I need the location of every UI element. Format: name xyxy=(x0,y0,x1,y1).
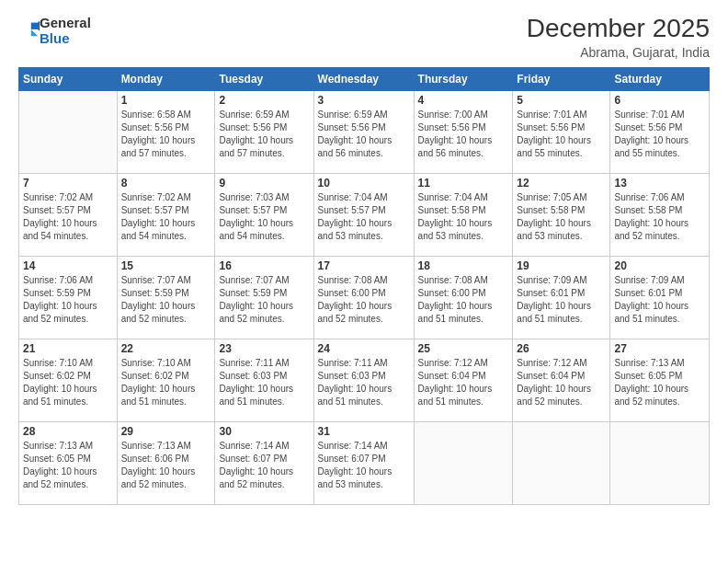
calendar-cell-w1-d3: 2Sunrise: 6:59 AMSunset: 5:56 PMDaylight… xyxy=(215,90,313,173)
calendar-cell-w5-d4: 31Sunrise: 7:14 AMSunset: 6:07 PMDayligh… xyxy=(313,421,414,504)
week-row-3: 14Sunrise: 7:06 AMSunset: 5:59 PMDayligh… xyxy=(19,256,710,339)
calendar-cell-w5-d6 xyxy=(513,421,610,504)
day-info: Sunrise: 7:10 AMSunset: 6:02 PMDaylight:… xyxy=(23,357,113,408)
day-info: Sunrise: 7:14 AMSunset: 6:07 PMDaylight:… xyxy=(318,440,410,491)
day-number: 3 xyxy=(318,94,410,107)
week-row-1: 1Sunrise: 6:58 AMSunset: 5:56 PMDaylight… xyxy=(19,90,710,173)
calendar-cell-w2-d2: 8Sunrise: 7:02 AMSunset: 5:57 PMDaylight… xyxy=(117,173,215,256)
day-info: Sunrise: 7:12 AMSunset: 6:04 PMDaylight:… xyxy=(418,357,509,408)
day-number: 25 xyxy=(418,342,509,355)
day-info: Sunrise: 7:03 AMSunset: 5:57 PMDaylight:… xyxy=(219,191,309,243)
day-number: 29 xyxy=(121,425,211,438)
day-number: 27 xyxy=(614,342,705,355)
day-info: Sunrise: 7:09 AMSunset: 6:01 PMDaylight:… xyxy=(517,274,606,326)
logo-text: General Blue xyxy=(40,15,91,47)
col-saturday: Saturday xyxy=(610,67,710,90)
calendar-cell-w2-d7: 13Sunrise: 7:06 AMSunset: 5:58 PMDayligh… xyxy=(610,173,710,256)
day-number: 30 xyxy=(219,425,309,438)
day-number: 16 xyxy=(219,259,309,272)
calendar-cell-w1-d4: 3Sunrise: 6:59 AMSunset: 5:56 PMDaylight… xyxy=(313,90,414,173)
calendar-cell-w4-d2: 22Sunrise: 7:10 AMSunset: 6:02 PMDayligh… xyxy=(117,339,215,421)
calendar-cell-w4-d3: 23Sunrise: 7:11 AMSunset: 6:03 PMDayligh… xyxy=(215,339,313,421)
day-number: 2 xyxy=(219,94,309,107)
day-number: 7 xyxy=(23,177,113,190)
day-number: 4 xyxy=(418,94,509,107)
logo-general: General xyxy=(40,15,91,30)
day-info: Sunrise: 6:59 AMSunset: 5:56 PMDaylight:… xyxy=(318,109,410,160)
col-thursday: Thursday xyxy=(414,67,513,90)
day-info: Sunrise: 7:13 AMSunset: 6:05 PMDaylight:… xyxy=(23,440,113,491)
day-number: 23 xyxy=(219,342,309,355)
col-wednesday: Wednesday xyxy=(313,67,414,90)
day-info: Sunrise: 7:00 AMSunset: 5:56 PMDaylight:… xyxy=(418,109,509,160)
calendar-cell-w5-d5 xyxy=(414,421,513,504)
logo: General Blue xyxy=(18,15,91,47)
day-number: 20 xyxy=(614,259,705,272)
day-number: 9 xyxy=(219,177,309,190)
col-tuesday: Tuesday xyxy=(215,67,313,90)
day-number: 6 xyxy=(614,94,705,107)
day-info: Sunrise: 7:01 AMSunset: 5:56 PMDaylight:… xyxy=(517,109,606,160)
header: General Blue December 2025 Abrama, Gujar… xyxy=(18,15,710,60)
week-row-4: 21Sunrise: 7:10 AMSunset: 6:02 PMDayligh… xyxy=(19,339,710,421)
day-info: Sunrise: 7:07 AMSunset: 5:59 PMDaylight:… xyxy=(219,274,309,326)
day-number: 31 xyxy=(318,425,410,438)
day-number: 19 xyxy=(517,259,606,272)
day-info: Sunrise: 7:05 AMSunset: 5:58 PMDaylight:… xyxy=(517,191,606,243)
calendar-cell-w1-d7: 6Sunrise: 7:01 AMSunset: 5:56 PMDaylight… xyxy=(610,90,710,173)
day-info: Sunrise: 7:04 AMSunset: 5:58 PMDaylight:… xyxy=(418,191,509,243)
col-sunday: Sunday xyxy=(19,67,118,90)
day-number: 10 xyxy=(318,177,410,190)
day-info: Sunrise: 7:02 AMSunset: 5:57 PMDaylight:… xyxy=(121,191,211,243)
day-number: 1 xyxy=(121,94,211,107)
calendar-cell-w4-d6: 26Sunrise: 7:12 AMSunset: 6:04 PMDayligh… xyxy=(513,339,610,421)
calendar-cell-w5-d3: 30Sunrise: 7:14 AMSunset: 6:07 PMDayligh… xyxy=(215,421,313,504)
calendar-cell-w3-d7: 20Sunrise: 7:09 AMSunset: 6:01 PMDayligh… xyxy=(610,256,710,339)
title-block: December 2025 Abrama, Gujarat, India xyxy=(527,15,710,60)
day-number: 14 xyxy=(23,259,113,272)
calendar-cell-w3-d2: 15Sunrise: 7:07 AMSunset: 5:59 PMDayligh… xyxy=(117,256,215,339)
day-number: 24 xyxy=(318,342,410,355)
calendar-cell-w4-d1: 21Sunrise: 7:10 AMSunset: 6:02 PMDayligh… xyxy=(19,339,118,421)
calendar-cell-w2-d4: 10Sunrise: 7:04 AMSunset: 5:57 PMDayligh… xyxy=(313,173,414,256)
calendar-cell-w5-d7 xyxy=(610,421,710,504)
day-info: Sunrise: 7:13 AMSunset: 6:05 PMDaylight:… xyxy=(614,357,705,408)
day-info: Sunrise: 7:08 AMSunset: 6:00 PMDaylight:… xyxy=(318,274,410,326)
day-info: Sunrise: 7:04 AMSunset: 5:57 PMDaylight:… xyxy=(318,191,410,243)
day-info: Sunrise: 7:08 AMSunset: 6:00 PMDaylight:… xyxy=(418,274,509,326)
title-location: Abrama, Gujarat, India xyxy=(527,45,710,60)
calendar-table: Sunday Monday Tuesday Wednesday Thursday… xyxy=(18,67,710,505)
day-number: 13 xyxy=(614,177,705,190)
day-number: 15 xyxy=(121,259,211,272)
calendar-cell-w2-d3: 9Sunrise: 7:03 AMSunset: 5:57 PMDaylight… xyxy=(215,173,313,256)
day-info: Sunrise: 7:06 AMSunset: 5:58 PMDaylight:… xyxy=(614,191,705,243)
calendar-cell-w4-d5: 25Sunrise: 7:12 AMSunset: 6:04 PMDayligh… xyxy=(414,339,513,421)
calendar-cell-w1-d6: 5Sunrise: 7:01 AMSunset: 5:56 PMDaylight… xyxy=(513,90,610,173)
day-number: 8 xyxy=(121,177,211,190)
day-number: 17 xyxy=(318,259,410,272)
calendar-cell-w2-d6: 12Sunrise: 7:05 AMSunset: 5:58 PMDayligh… xyxy=(513,173,610,256)
svg-marker-1 xyxy=(31,29,38,36)
day-info: Sunrise: 7:09 AMSunset: 6:01 PMDaylight:… xyxy=(614,274,705,326)
calendar-cell-w3-d4: 17Sunrise: 7:08 AMSunset: 6:00 PMDayligh… xyxy=(313,256,414,339)
day-number: 28 xyxy=(23,425,113,438)
calendar-cell-w4-d4: 24Sunrise: 7:11 AMSunset: 6:03 PMDayligh… xyxy=(313,339,414,421)
day-info: Sunrise: 7:01 AMSunset: 5:56 PMDaylight:… xyxy=(614,109,705,160)
calendar-cell-w2-d1: 7Sunrise: 7:02 AMSunset: 5:57 PMDaylight… xyxy=(19,173,118,256)
calendar-cell-w1-d2: 1Sunrise: 6:58 AMSunset: 5:56 PMDaylight… xyxy=(117,90,215,173)
calendar-cell-w4-d7: 27Sunrise: 7:13 AMSunset: 6:05 PMDayligh… xyxy=(610,339,710,421)
day-info: Sunrise: 7:13 AMSunset: 6:06 PMDaylight:… xyxy=(121,440,211,491)
day-info: Sunrise: 7:14 AMSunset: 6:07 PMDaylight:… xyxy=(219,440,309,491)
day-info: Sunrise: 7:10 AMSunset: 6:02 PMDaylight:… xyxy=(121,357,211,408)
logo-icon xyxy=(19,18,40,39)
day-info: Sunrise: 6:58 AMSunset: 5:56 PMDaylight:… xyxy=(121,109,211,160)
calendar-cell-w5-d2: 29Sunrise: 7:13 AMSunset: 6:06 PMDayligh… xyxy=(117,421,215,504)
header-row: Sunday Monday Tuesday Wednesday Thursday… xyxy=(19,67,710,90)
calendar-cell-w3-d3: 16Sunrise: 7:07 AMSunset: 5:59 PMDayligh… xyxy=(215,256,313,339)
calendar-page: General Blue December 2025 Abrama, Gujar… xyxy=(0,0,728,563)
day-info: Sunrise: 7:11 AMSunset: 6:03 PMDaylight:… xyxy=(219,357,309,408)
calendar-cell-w3-d6: 19Sunrise: 7:09 AMSunset: 6:01 PMDayligh… xyxy=(513,256,610,339)
day-number: 18 xyxy=(418,259,509,272)
calendar-cell-w1-d5: 4Sunrise: 7:00 AMSunset: 5:56 PMDaylight… xyxy=(414,90,513,173)
calendar-cell-w5-d1: 28Sunrise: 7:13 AMSunset: 6:05 PMDayligh… xyxy=(19,421,118,504)
